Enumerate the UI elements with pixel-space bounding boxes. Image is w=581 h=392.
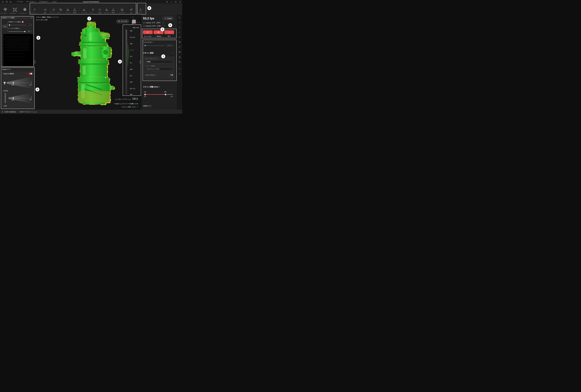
tool-fill-holes[interactable]: 穴埋め: [96, 8, 103, 14]
scan-distance-label: スキャン距離 (mm) ⓘ: [143, 86, 160, 88]
simplify-icon: [112, 8, 115, 12]
sphere-icon[interactable]: [178, 41, 181, 43]
tool-export[interactable]: ▾ エクスポ・・・: [137, 8, 144, 14]
open-project-icon[interactable]: [9, 1, 11, 3]
laser-value-box[interactable]: 255 ▴▾: [27, 30, 31, 32]
check-icon: ✓: [168, 31, 170, 33]
tool-compose[interactable]: 合成: [128, 8, 135, 14]
menu-file[interactable]: ファイル: [15, 1, 25, 3]
exposure-slider-handle[interactable]: [9, 24, 10, 26]
info-icon[interactable]: ⓘ: [137, 106, 138, 108]
info-icon[interactable]: ⓘ: [163, 22, 164, 24]
tool-multi-position[interactable]: マルチポジ・・・: [10, 8, 19, 14]
trackit-fov-label: Trackit の視野角: [3, 73, 14, 75]
menu-help[interactable]: ヘルプ: [50, 1, 58, 3]
chevron-down-icon[interactable]: ⌄: [172, 52, 173, 54]
home-icon[interactable]: [2, 1, 4, 3]
spinner-down-icon[interactable]: ▾: [172, 46, 173, 46]
complete-scan-button[interactable]: ✓: [164, 30, 174, 34]
spinner-up-icon[interactable]: ▴: [31, 30, 31, 32]
undo-icon[interactable]: [178, 68, 181, 70]
tool-simplify-mesh[interactable]: 簡略化: [110, 8, 117, 14]
info-icon[interactable]: ⓘ: [156, 58, 157, 60]
spinner-down-icon[interactable]: ▾: [31, 25, 31, 26]
exposure-value-box[interactable]: 1 ▴▾: [27, 24, 31, 26]
tool-fusion[interactable]: 融合: [41, 8, 49, 14]
export-icon: [139, 8, 142, 12]
collapse-left-panel-tab[interactable]: ‹: [34, 60, 35, 64]
menu-display[interactable]: ディスプレイ: [25, 1, 37, 3]
tool-one-click[interactable]: 1クリック・・・: [31, 8, 38, 14]
redo-icon[interactable]: [178, 73, 181, 75]
info-icon[interactable]: ⓘ: [158, 86, 160, 88]
new-project-icon[interactable]: [6, 1, 8, 3]
spinner-down-icon[interactable]: ▾: [31, 32, 31, 32]
tool-smooth-mesh[interactable]: スムーズ: [103, 8, 110, 14]
complete-button-label: 完了: [164, 36, 174, 38]
menu-accessories[interactable]: アクセサリー: [37, 1, 50, 3]
scan-settings-header[interactable]: スキャン設定: [143, 52, 154, 54]
duplicate-icon[interactable]: [178, 61, 181, 63]
tool-markers[interactable]: マーカース・・・: [20, 8, 29, 14]
tool-texture[interactable]: テクスチャ: [118, 8, 126, 14]
tracker-temp-text: Tracker: 27℃（正常）: [146, 22, 161, 24]
spinner-up-icon[interactable]: ▴: [31, 24, 31, 25]
large-objects-toggle[interactable]: [170, 74, 173, 76]
fov-top-view: 1.5M 4M: [2, 92, 33, 104]
manual-mode-badge[interactable]: M: [22, 21, 23, 23]
scan-quality-row: スキャン品質: [良好] ⓘ: [121, 106, 138, 108]
image-icon[interactable]: [178, 51, 181, 53]
fov-near-label: 1.5M: [11, 84, 14, 86]
range-handle-low[interactable]: [144, 94, 146, 95]
range-handle-high[interactable]: [165, 94, 166, 95]
cancel-scan-button[interactable]: ✕: [143, 30, 153, 34]
scan-object-dropdown[interactable]: 金属光沢のある物体 ▾: [145, 68, 173, 71]
comment-icon[interactable]: [178, 36, 181, 38]
target-distance-value-box[interactable]: 0.40mm ▴▾: [166, 44, 173, 46]
pen-icon[interactable]: [178, 46, 181, 48]
minimize-button[interactable]: [170, 1, 172, 3]
trash-icon[interactable]: [178, 56, 181, 58]
popout-icon[interactable]: [31, 17, 32, 18]
lasso-select-icon[interactable]: [178, 26, 181, 28]
target-distance-track[interactable]: [144, 46, 164, 46]
tool-isolation-points[interactable]: アイソ・・・: [50, 8, 57, 14]
maximize-button[interactable]: [175, 1, 177, 3]
target-distance-handle[interactable]: [144, 45, 146, 46]
chevron-right-icon: ›: [140, 61, 140, 63]
auto-exposure-button[interactable]: Auto: [2, 25, 8, 28]
axis-gizmo[interactable]: Z FRONT X: [131, 16, 140, 26]
info-icon[interactable]: ⓘ: [152, 42, 154, 43]
spinner-up-icon[interactable]: ▴: [172, 45, 173, 46]
scan-quality-label: スキャン品質:: [121, 106, 131, 108]
scale-zone-too-close: 近すぎる: [130, 36, 135, 38]
smooth-icon: [105, 8, 108, 12]
annotation-circle-1: 1: [161, 54, 165, 58]
tool-meshify[interactable]: メッシュ化: [80, 8, 88, 14]
rect-select-icon[interactable]: [178, 22, 181, 24]
settings-tune-icon[interactable]: [166, 1, 168, 3]
tracker-temp-row: Tracker: 27℃（正常） ⓘ: [143, 22, 164, 24]
info-icon[interactable]: ⓘ: [163, 25, 165, 27]
select-cursor-icon[interactable]: [178, 16, 181, 19]
tool-simplify-points[interactable]: 簡略化: [71, 8, 78, 14]
scale-value-370: 370: [130, 81, 132, 83]
large-objects-label: Large Objects: [145, 74, 155, 76]
tool-smooth-points[interactable]: スムーズ: [64, 8, 71, 14]
laser-slider-handle[interactable]: [24, 31, 25, 32]
scan-mode-dropdown[interactable]: 交差線 ▾: [145, 60, 173, 63]
markers-icon: [22, 8, 27, 12]
monochrome-button[interactable]: モノクロ: [116, 20, 129, 23]
exposure-slider-track[interactable]: [8, 25, 26, 25]
usage-guide-link[interactable]: 使用ガイド: [143, 105, 151, 107]
trackit-button[interactable]: Trackit: [163, 17, 174, 20]
tool-overlap[interactable]: オーバ・・・: [57, 8, 64, 14]
expand-right-panel-tab[interactable]: ›: [139, 60, 141, 64]
close-button[interactable]: [179, 1, 181, 3]
tool-isolation-mesh[interactable]: アイソ・・・: [89, 8, 97, 14]
tool-tracking[interactable]: トラッキン・・・: [1, 8, 10, 14]
scale-unit-label: 単位: mm: [133, 27, 139, 29]
scale-value-200: 200: [130, 30, 132, 32]
trackit-fov-toggle[interactable]: [29, 73, 32, 74]
polygon-select-icon[interactable]: [178, 31, 181, 33]
